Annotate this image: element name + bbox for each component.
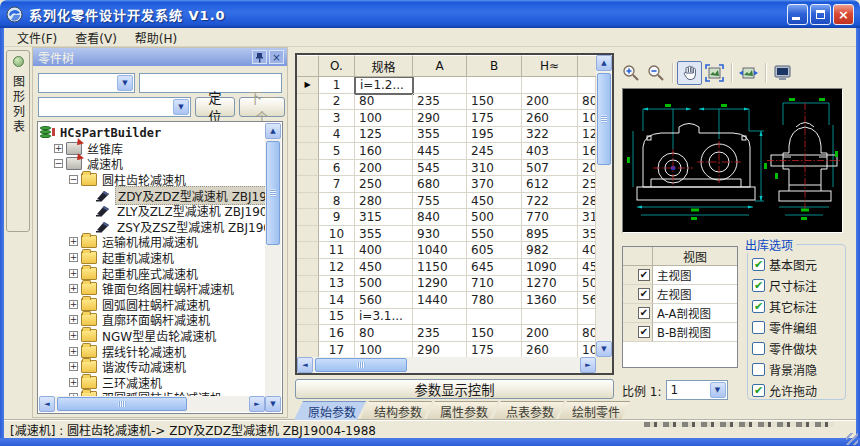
zoom-in-button[interactable]: [618, 61, 643, 85]
table-cell[interactable]: 100: [355, 110, 413, 127]
table-row[interactable]: 3100290175260100: [297, 110, 596, 127]
table-cell[interactable]: i=3.1...: [355, 309, 413, 326]
tab-原始参数[interactable]: 原始参数: [294, 401, 366, 420]
tree-item[interactable]: 三环减速机: [39, 375, 265, 391]
maximize-button[interactable]: [810, 4, 831, 25]
table-cell[interactable]: 450: [578, 259, 596, 276]
table-scroll-thumb[interactable]: [597, 73, 611, 165]
table-horizontal-scrollbar[interactable]: [297, 357, 596, 373]
scroll-up-icon[interactable]: [265, 123, 281, 139]
table-cell[interactable]: 450: [467, 193, 522, 210]
table-row[interactable]: 9315840500770315: [297, 209, 596, 226]
table-cell[interactable]: 175: [467, 110, 522, 127]
table-cell[interactable]: 500: [467, 209, 522, 226]
expand-icon[interactable]: [69, 331, 78, 340]
table-cell[interactable]: 780: [467, 292, 522, 309]
tree-item[interactable]: 摆线针轮减速机: [39, 343, 265, 359]
table-cell[interactable]: 355: [578, 226, 596, 243]
option-checkbox[interactable]: [752, 279, 765, 292]
table-cell[interactable]: 80: [355, 94, 413, 111]
table-cell[interactable]: 930: [413, 226, 467, 243]
table-cell[interactable]: 445: [413, 143, 467, 160]
table-cell[interactable]: 150: [467, 94, 522, 111]
tree-item[interactable]: NGW型星齿轮减速机: [39, 328, 265, 344]
table-cell[interactable]: 710: [467, 276, 522, 293]
tab-点表参数[interactable]: 点表参数: [492, 401, 564, 420]
resize-grip[interactable]: [846, 433, 858, 445]
zoom-extents-button[interactable]: [702, 61, 727, 85]
table-cell[interactable]: 605: [467, 242, 522, 259]
table-cell[interactable]: 195: [467, 127, 522, 144]
table-cell[interactable]: 280: [578, 193, 596, 210]
scroll-down-icon[interactable]: [265, 396, 281, 412]
display-button[interactable]: [770, 61, 795, 85]
table-row[interactable]: 168023515020080: [297, 325, 596, 342]
pin-button[interactable]: [252, 50, 267, 64]
view-checkbox[interactable]: [638, 269, 650, 281]
output-option[interactable]: 背景消隐: [752, 361, 817, 378]
expand-icon[interactable]: [69, 269, 78, 278]
table-cell[interactable]: 322: [522, 127, 578, 144]
table-cell[interactable]: 645: [467, 259, 522, 276]
pan-view-button[interactable]: [736, 61, 761, 85]
table-row[interactable]: 1456014407801360560: [297, 292, 596, 309]
table-cell[interactable]: 200: [355, 160, 413, 177]
table-row[interactable]: 7250680370612250: [297, 176, 596, 193]
table-row[interactable]: 114001040605982400: [297, 242, 596, 259]
tree-locate-combo[interactable]: [38, 97, 191, 117]
table-cell[interactable]: i=1.2...: [355, 77, 413, 94]
table-cell[interactable]: 400: [578, 242, 596, 259]
view-checkbox[interactable]: [638, 326, 650, 338]
tree-scroll-thumb[interactable]: [266, 141, 280, 245]
option-checkbox[interactable]: [752, 300, 765, 313]
table-cell[interactable]: 755: [413, 193, 467, 210]
tree-item[interactable]: 减速机: [39, 156, 265, 172]
table-cell[interactable]: 100: [578, 342, 596, 357]
table-cell[interactable]: 545: [413, 160, 467, 177]
param-display-control-button[interactable]: 参数显示控制: [295, 379, 614, 399]
table-row[interactable]: 4125355195322125: [297, 127, 596, 144]
tree-item[interactable]: ZLY及ZLZ型减速机 ZBJ19004: [39, 203, 265, 219]
menu-item-1[interactable]: 查看(V): [66, 28, 126, 47]
table-cell[interactable]: 1090: [522, 259, 578, 276]
table-row[interactable]: 15i=3.1...: [297, 309, 596, 326]
tree-item[interactable]: 起重机减速机: [39, 250, 265, 266]
tab-绘制零件[interactable]: 绘制零件: [558, 401, 630, 420]
table-cell[interactable]: 280: [355, 193, 413, 210]
table-cell[interactable]: 250: [578, 176, 596, 193]
output-option[interactable]: 零件做块: [752, 340, 817, 357]
table-cell[interactable]: 250: [355, 176, 413, 193]
expand-icon[interactable]: [69, 237, 78, 246]
tree-item[interactable]: HCsPartBuilder: [39, 125, 265, 141]
tree-horizontal-scrollbar[interactable]: [39, 396, 265, 412]
table-cell[interactable]: 355: [413, 127, 467, 144]
tree-scroll-thumb-h[interactable]: [57, 397, 187, 411]
table-cell[interactable]: 355: [355, 226, 413, 243]
table-cell[interactable]: 260: [522, 110, 578, 127]
tree-item[interactable]: 谐波传动减速机: [39, 359, 265, 375]
table-cell[interactable]: [578, 77, 596, 94]
tree-item[interactable]: 直廓环面蜗杆减速机: [39, 312, 265, 328]
table-cell[interactable]: [413, 309, 467, 326]
option-checkbox[interactable]: [752, 342, 765, 355]
menu-item-0[interactable]: 文件(F): [8, 28, 66, 47]
expand-icon[interactable]: [69, 315, 78, 324]
table-row[interactable]: 5160445245403160: [297, 143, 596, 160]
tab-结构参数[interactable]: 结构参数: [360, 401, 432, 420]
pan-button[interactable]: [677, 61, 702, 85]
option-checkbox[interactable]: [752, 363, 765, 376]
tab-graphic-list[interactable]: 图形列表: [6, 50, 30, 232]
tree-item[interactable]: 丝锥库: [39, 141, 265, 157]
table-vertical-scrollbar[interactable]: [596, 55, 612, 357]
tree-item[interactable]: ZDY及ZDZ型减速机 ZBJ19004: [39, 187, 265, 203]
collapse-icon[interactable]: [69, 175, 78, 184]
table-cell[interactable]: 612: [522, 176, 578, 193]
output-option[interactable]: 允许拖动: [752, 382, 817, 399]
table-cell[interactable]: 125: [578, 127, 596, 144]
table-cell[interactable]: 80: [355, 325, 413, 342]
table-row[interactable]: 6200545310507200: [297, 160, 596, 177]
locate-button[interactable]: 定位: [195, 97, 235, 117]
table-row[interactable]: 10355930550895355: [297, 226, 596, 243]
expand-icon[interactable]: [69, 378, 78, 387]
output-option[interactable]: 基本图元: [752, 256, 817, 273]
